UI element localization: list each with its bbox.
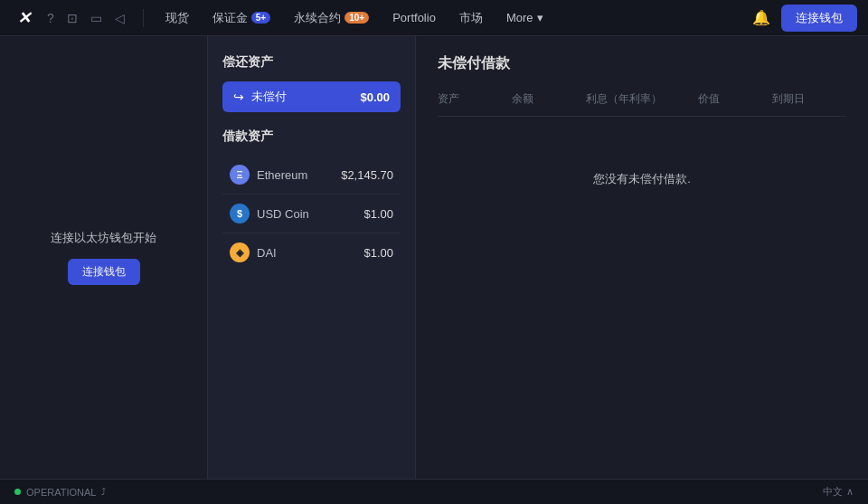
nav-spot[interactable]: 现货 (155, 6, 200, 30)
connect-wallet-btn-left[interactable]: 连接钱包 (68, 259, 140, 285)
chevron-up-icon: ∧ (846, 486, 854, 498)
usdc-price: $1.00 (363, 207, 393, 221)
nav-links: 现货 保证金 5+ 永续合约 10+ Portfolio 市场 More ▾ (155, 6, 745, 30)
col-balance: 余额 (512, 91, 586, 107)
nav-portfolio[interactable]: Portfolio (382, 7, 447, 28)
col-value: 价值 (698, 91, 772, 107)
status-dot-icon (14, 489, 21, 495)
center-panel: 偿还资产 ↪ 未偿付 $0.00 借款资产 Ξ Ethereum $2,145.… (208, 36, 416, 479)
perp-badge: 10+ (344, 12, 369, 24)
usdc-icon: $ (230, 204, 250, 223)
col-due: 到期日 (772, 91, 846, 107)
empty-state-message: 您没有未偿付借款. (438, 117, 846, 242)
repay-section-title: 偿还资产 (222, 54, 401, 71)
nav-market[interactable]: 市场 (448, 6, 494, 30)
repay-tab-amount: $0.00 (360, 90, 390, 104)
bell-icon[interactable]: 🔔 (752, 9, 770, 26)
monitor-icon[interactable]: ⊡ (67, 11, 78, 25)
connect-prompt-text: 连接以太坊钱包开始 (51, 230, 156, 246)
asset-item-eth[interactable]: Ξ Ethereum $2,145.70 (222, 156, 401, 195)
logo[interactable]: ✕ (11, 5, 36, 31)
language-selector[interactable]: 中文 ∧ (823, 485, 854, 499)
external-link-icon: ⤴ (101, 487, 106, 497)
arrow-right-icon: ↪ (233, 90, 244, 104)
main-layout: 连接以太坊钱包开始 连接钱包 偿还资产 ↪ 未偿付 $0.00 借款资产 Ξ E… (0, 36, 868, 479)
connect-wallet-button[interactable]: 连接钱包 (781, 5, 857, 32)
eth-icon: Ξ (230, 165, 250, 185)
dai-icon: ◈ (230, 242, 250, 262)
repay-tab-label: 未偿付 (251, 89, 353, 105)
right-panel-title: 未偿付借款 (438, 54, 846, 73)
asset-item-dai[interactable]: ◈ DAI $1.00 (222, 233, 401, 271)
navbar: ✕ ? ⊡ ▭ ◁ 现货 保证金 5+ 永续合约 10+ Portfolio 市… (0, 0, 868, 36)
volume-icon[interactable]: ◁ (115, 11, 125, 25)
left-panel: 连接以太坊钱包开始 连接钱包 (0, 36, 208, 479)
chat-icon[interactable]: ▭ (90, 11, 102, 25)
table-header: 资产 余额 利息（年利率） 价值 到期日 (438, 91, 846, 117)
nav-perp[interactable]: 永续合约 10+ (283, 6, 380, 30)
status-label: OPERATIONAL (26, 487, 96, 498)
col-asset: 资产 (438, 91, 512, 107)
usdc-name: USD Coin (257, 207, 356, 221)
nav-icon-group: ? ⊡ ▭ ◁ (47, 11, 125, 25)
footer: OPERATIONAL ⤴ 中文 ∧ (0, 479, 868, 504)
chevron-down-icon: ▾ (537, 11, 543, 24)
footer-status: OPERATIONAL ⤴ (14, 487, 106, 498)
col-interest: 利息（年利率） (586, 91, 697, 107)
dai-price: $1.00 (363, 246, 393, 260)
nav-right: 🔔 连接钱包 (752, 5, 857, 32)
language-label: 中文 (823, 485, 843, 499)
asset-item-usdc[interactable]: $ USD Coin $1.00 (222, 195, 401, 233)
nav-divider (143, 9, 144, 27)
eth-name: Ethereum (257, 168, 334, 182)
logo-text: ✕ (17, 8, 31, 28)
dai-name: DAI (257, 246, 356, 260)
nav-more[interactable]: More ▾ (495, 7, 554, 28)
question-icon[interactable]: ? (47, 11, 54, 25)
nav-margin[interactable]: 保证金 5+ (202, 6, 281, 30)
margin-badge: 5+ (251, 12, 270, 24)
right-panel: 未偿付借款 资产 余额 利息（年利率） 价值 到期日 您没有未偿付借款. (416, 36, 868, 479)
eth-price: $2,145.70 (341, 168, 393, 182)
borrow-section-title: 借款资产 (222, 128, 401, 145)
unpaid-tab[interactable]: ↪ 未偿付 $0.00 (222, 81, 401, 112)
